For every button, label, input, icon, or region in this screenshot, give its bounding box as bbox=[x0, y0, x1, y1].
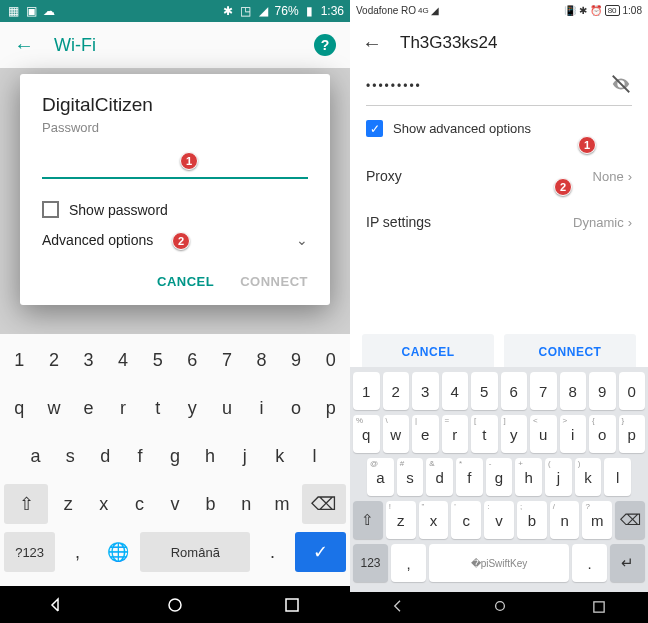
advanced-options-row[interactable]: Advanced options 2 ⌄ bbox=[42, 232, 308, 248]
key-n[interactable]: /n bbox=[550, 501, 580, 539]
key-a[interactable]: @a bbox=[367, 458, 394, 496]
key-0[interactable]: 0 bbox=[315, 340, 346, 380]
period-key[interactable]: . bbox=[254, 532, 291, 572]
nav-recent[interactable] bbox=[593, 599, 605, 617]
password-input[interactable]: ••••••••• bbox=[366, 79, 610, 93]
key-m[interactable]: ?m bbox=[582, 501, 612, 539]
key-x[interactable]: "x bbox=[419, 501, 449, 539]
key-d[interactable]: d bbox=[90, 436, 121, 476]
key-b[interactable]: ;b bbox=[517, 501, 547, 539]
key-r[interactable]: =r bbox=[442, 415, 469, 453]
space-key[interactable]: Română bbox=[140, 532, 250, 572]
key-3[interactable]: 3 bbox=[73, 340, 104, 380]
key-1[interactable]: 1 bbox=[4, 340, 35, 380]
key-b[interactable]: b bbox=[195, 484, 227, 524]
key-7[interactable]: 7 bbox=[530, 372, 557, 410]
back-icon[interactable]: ← bbox=[362, 32, 382, 55]
key-r[interactable]: r bbox=[108, 388, 139, 428]
key-g[interactable]: g bbox=[160, 436, 191, 476]
key-j[interactable]: j bbox=[229, 436, 260, 476]
key-c[interactable]: 'c bbox=[451, 501, 481, 539]
key-c[interactable]: c bbox=[124, 484, 156, 524]
key-i[interactable]: >i bbox=[560, 415, 587, 453]
key-6[interactable]: 6 bbox=[177, 340, 208, 380]
key-0[interactable]: 0 bbox=[619, 372, 646, 410]
key-3[interactable]: 3 bbox=[412, 372, 439, 410]
nav-home[interactable] bbox=[493, 599, 507, 617]
nav-back[interactable] bbox=[48, 595, 68, 615]
key-7[interactable]: 7 bbox=[212, 340, 243, 380]
ip-settings-row[interactable]: IP settings Dynamic› bbox=[366, 199, 632, 245]
backspace-key[interactable]: ⌫ bbox=[615, 501, 645, 539]
cancel-button[interactable]: CANCEL bbox=[157, 274, 214, 289]
key-l[interactable]: l bbox=[604, 458, 631, 496]
key-n[interactable]: n bbox=[230, 484, 262, 524]
key-p[interactable]: p bbox=[315, 388, 346, 428]
key-p[interactable]: }p bbox=[619, 415, 646, 453]
visibility-off-icon[interactable] bbox=[610, 73, 632, 99]
enter-key[interactable]: ✓ bbox=[295, 532, 346, 572]
key-5[interactable]: 5 bbox=[471, 372, 498, 410]
key-y[interactable]: ]y bbox=[501, 415, 528, 453]
key-t[interactable]: [t bbox=[471, 415, 498, 453]
keyboard[interactable]: 1234567890 qwertyuiop asdfghjkl ⇧zxcvbnm… bbox=[0, 334, 350, 586]
shift-key[interactable]: ⇧ bbox=[4, 484, 48, 524]
key-u[interactable]: <u bbox=[530, 415, 557, 453]
show-advanced-row[interactable]: ✓ Show advanced options bbox=[366, 120, 632, 137]
key-z[interactable]: !z bbox=[386, 501, 416, 539]
key-z[interactable]: z bbox=[52, 484, 84, 524]
key-4[interactable]: 4 bbox=[108, 340, 139, 380]
show-password-checkbox[interactable] bbox=[42, 201, 59, 218]
key-2[interactable]: 2 bbox=[383, 372, 410, 410]
key-e[interactable]: e bbox=[73, 388, 104, 428]
nav-home[interactable] bbox=[165, 595, 185, 615]
key-1[interactable]: 1 bbox=[353, 372, 380, 410]
key-y[interactable]: y bbox=[177, 388, 208, 428]
key-j[interactable]: (j bbox=[545, 458, 572, 496]
nav-recent[interactable] bbox=[282, 595, 302, 615]
key-8[interactable]: 8 bbox=[246, 340, 277, 380]
connect-button[interactable]: CONNECT bbox=[240, 274, 308, 289]
nav-back[interactable] bbox=[393, 599, 407, 617]
key-x[interactable]: x bbox=[88, 484, 120, 524]
key-h[interactable]: h bbox=[194, 436, 225, 476]
password-input[interactable] bbox=[42, 147, 308, 179]
key-w[interactable]: \w bbox=[383, 415, 410, 453]
back-icon[interactable]: ← bbox=[14, 34, 34, 57]
comma-key[interactable]: , bbox=[59, 532, 96, 572]
key-8[interactable]: 8 bbox=[560, 372, 587, 410]
help-icon[interactable]: ? bbox=[314, 34, 336, 56]
key-h[interactable]: +h bbox=[515, 458, 542, 496]
key-9[interactable]: 9 bbox=[589, 372, 616, 410]
key-v[interactable]: :v bbox=[484, 501, 514, 539]
key-a[interactable]: a bbox=[20, 436, 51, 476]
password-row[interactable]: ••••••••• bbox=[366, 66, 632, 106]
advanced-checkbox[interactable]: ✓ bbox=[366, 120, 383, 137]
key-q[interactable]: q bbox=[4, 388, 35, 428]
key-i[interactable]: i bbox=[246, 388, 277, 428]
show-password-row[interactable]: Show password bbox=[42, 201, 308, 218]
key-d[interactable]: &d bbox=[426, 458, 453, 496]
key-q[interactable]: %q bbox=[353, 415, 380, 453]
cancel-button[interactable]: CANCEL bbox=[362, 334, 494, 370]
key-f[interactable]: f bbox=[125, 436, 156, 476]
connect-button[interactable]: CONNECT bbox=[504, 334, 636, 370]
key-v[interactable]: v bbox=[159, 484, 191, 524]
key-5[interactable]: 5 bbox=[142, 340, 173, 380]
key-u[interactable]: u bbox=[212, 388, 243, 428]
key-k[interactable]: k bbox=[264, 436, 295, 476]
key-m[interactable]: m bbox=[266, 484, 298, 524]
key-9[interactable]: 9 bbox=[281, 340, 312, 380]
key-k[interactable]: )k bbox=[575, 458, 602, 496]
period-key[interactable]: . bbox=[572, 544, 607, 582]
key-2[interactable]: 2 bbox=[39, 340, 70, 380]
key-6[interactable]: 6 bbox=[501, 372, 528, 410]
key-s[interactable]: s bbox=[55, 436, 86, 476]
key-o[interactable]: {o bbox=[589, 415, 616, 453]
comma-key[interactable]: , bbox=[391, 544, 426, 582]
key-e[interactable]: |e bbox=[412, 415, 439, 453]
enter-key[interactable]: ↵ bbox=[610, 544, 645, 582]
key-t[interactable]: t bbox=[142, 388, 173, 428]
backspace-key[interactable]: ⌫ bbox=[302, 484, 346, 524]
space-key[interactable]: �pi SwiftKey bbox=[429, 544, 569, 582]
